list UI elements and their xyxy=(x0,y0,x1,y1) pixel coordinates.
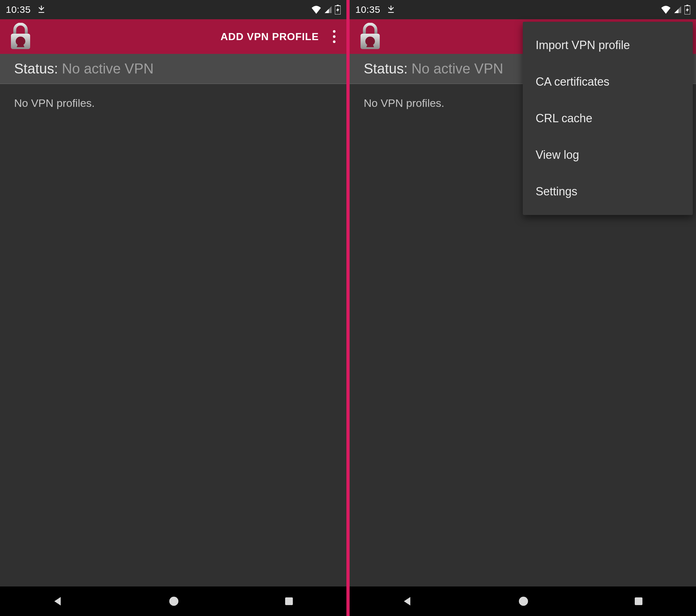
wifi-icon xyxy=(311,5,321,14)
phone-left: 10:35 xyxy=(0,0,346,616)
nav-back-icon[interactable] xyxy=(52,595,64,608)
download-done-icon xyxy=(386,5,396,14)
android-nav-bar xyxy=(350,586,696,616)
status-value: No active VPN xyxy=(412,61,503,77)
overflow-menu-button[interactable] xyxy=(328,27,341,46)
menu-item-import-vpn-profile[interactable]: Import VPN profile xyxy=(523,27,693,64)
app-bar: ADD VPN PROFILE xyxy=(0,19,346,54)
menu-item-settings[interactable]: Settings xyxy=(523,173,693,210)
svg-point-8 xyxy=(519,597,528,606)
svg-rect-9 xyxy=(635,597,643,605)
phone-right: 10:35 xyxy=(350,0,696,616)
vpn-status-row: Status: No active VPN xyxy=(0,54,346,84)
clock: 10:35 xyxy=(355,4,380,15)
app-logo-lock-icon xyxy=(8,24,33,49)
nav-back-icon[interactable] xyxy=(401,595,414,608)
cell-signal-icon xyxy=(324,5,332,14)
svg-rect-6 xyxy=(686,5,688,6)
status-value: No active VPN xyxy=(62,61,154,77)
app-logo-lock-icon xyxy=(357,24,383,49)
menu-item-ca-certificates[interactable]: CA certificates xyxy=(523,64,693,100)
svg-rect-1 xyxy=(337,5,339,6)
cell-signal-icon xyxy=(674,5,682,14)
nav-home-icon[interactable] xyxy=(517,595,529,607)
nav-home-icon[interactable] xyxy=(168,595,180,607)
android-nav-bar xyxy=(0,586,346,616)
wifi-icon xyxy=(661,5,671,14)
android-status-bar: 10:35 xyxy=(350,0,696,19)
svg-point-3 xyxy=(169,597,179,606)
android-status-bar: 10:35 xyxy=(0,0,346,19)
download-done-icon xyxy=(36,5,46,14)
profiles-empty-message: No VPN profiles. xyxy=(0,84,346,122)
battery-charging-icon xyxy=(335,5,341,14)
menu-item-crl-cache[interactable]: CRL cache xyxy=(523,100,693,137)
overflow-menu: Import VPN profile CA certificates CRL c… xyxy=(523,22,693,215)
nav-recent-icon[interactable] xyxy=(633,596,644,607)
add-vpn-profile-button[interactable]: ADD VPN PROFILE xyxy=(220,31,319,43)
battery-charging-icon xyxy=(684,5,690,14)
menu-item-view-log[interactable]: View log xyxy=(523,137,693,173)
nav-recent-icon[interactable] xyxy=(283,596,295,607)
status-label: Status: xyxy=(14,61,58,77)
svg-rect-4 xyxy=(285,597,293,605)
status-label: Status: xyxy=(364,61,408,77)
screenshot-divider xyxy=(346,0,350,616)
clock: 10:35 xyxy=(6,4,31,15)
